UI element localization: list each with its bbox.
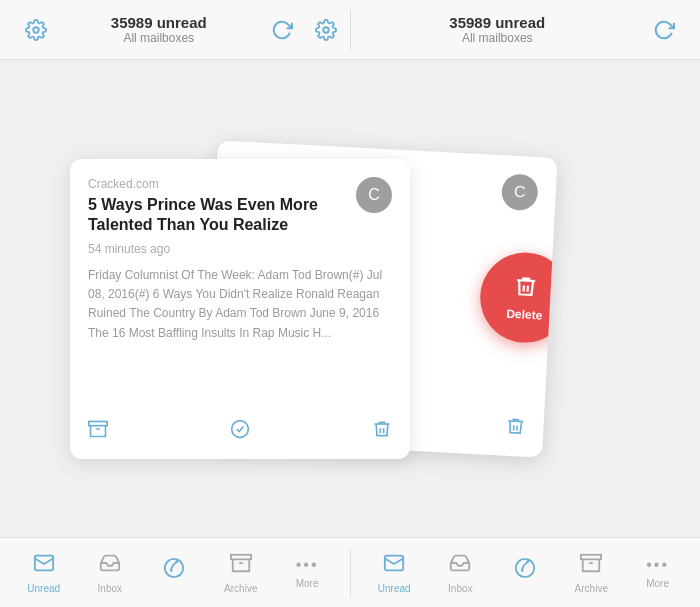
reload-icon-right[interactable] bbox=[648, 14, 680, 46]
tab-archive-label-left: Archive bbox=[224, 583, 257, 594]
svg-rect-9 bbox=[231, 554, 251, 559]
tab-more-left[interactable]: ••• More bbox=[282, 548, 332, 597]
tab-inbox-left[interactable]: Inbox bbox=[85, 544, 135, 602]
header-left-unread: 35989 unread bbox=[111, 14, 207, 31]
trash-icon-delete bbox=[513, 273, 538, 303]
card-body: Friday Columnist Of The Week: Adam Tod B… bbox=[88, 266, 392, 343]
tab-bar: Unread Inbox bbox=[0, 537, 700, 607]
reload-icon-left[interactable] bbox=[266, 14, 298, 46]
inbox-icon-left bbox=[99, 552, 121, 579]
svg-point-12 bbox=[516, 559, 534, 577]
tab-edit-left[interactable] bbox=[149, 549, 199, 596]
cards-container: C n Morelize The Week: Adam Tod6(#)6 Way… bbox=[50, 139, 650, 459]
svg-line-8 bbox=[171, 570, 173, 572]
svg-line-13 bbox=[521, 570, 523, 572]
main-content: C n Morelize The Week: Adam Tod6(#)6 Way… bbox=[0, 60, 700, 537]
tab-inbox-right[interactable]: Inbox bbox=[435, 544, 485, 602]
svg-rect-14 bbox=[581, 554, 601, 559]
header-right-center: 35989 unread All mailboxes bbox=[359, 14, 637, 45]
tab-unread-label-right: Unread bbox=[378, 583, 411, 594]
tab-archive-left[interactable]: Archive bbox=[214, 544, 267, 602]
avatar-front: C bbox=[356, 177, 392, 213]
header-left: 35989 unread All mailboxes bbox=[20, 14, 342, 46]
more-icon-left: ••• bbox=[296, 556, 319, 574]
unread-icon-right bbox=[383, 552, 405, 579]
svg-point-5 bbox=[232, 420, 249, 437]
tab-more-label-right: More bbox=[646, 578, 669, 589]
edit-icon-right bbox=[514, 557, 536, 584]
card-time: 54 minutes ago bbox=[88, 242, 392, 256]
tab-bar-right: Unread Inbox bbox=[351, 544, 701, 602]
header-right-mailboxes: All mailboxes bbox=[462, 31, 533, 45]
header-left-mailboxes: All mailboxes bbox=[123, 31, 194, 45]
svg-point-7 bbox=[165, 559, 183, 577]
trash-icon-front[interactable] bbox=[372, 419, 392, 444]
settings-icon-left[interactable] bbox=[310, 14, 342, 46]
tab-more-right[interactable]: ••• More bbox=[633, 548, 683, 597]
header: 35989 unread All mailboxes 35989 unread … bbox=[0, 0, 700, 60]
tab-unread-label-left: Unread bbox=[27, 583, 60, 594]
tab-archive-right[interactable]: Archive bbox=[565, 544, 618, 602]
gear-icon-left[interactable] bbox=[20, 14, 52, 46]
tab-unread-left[interactable]: Unread bbox=[17, 544, 70, 602]
header-left-center: 35989 unread All mailboxes bbox=[64, 14, 254, 45]
header-right: 35989 unread All mailboxes bbox=[359, 14, 681, 46]
edit-icon-left bbox=[163, 557, 185, 584]
card-source: Cracked.com bbox=[88, 177, 392, 191]
email-card-front[interactable]: C Cracked.com 5 Ways Prince Was Even Mor… bbox=[70, 159, 410, 459]
tab-archive-label-right: Archive bbox=[575, 583, 608, 594]
tab-more-label-left: More bbox=[296, 578, 319, 589]
svg-rect-3 bbox=[89, 421, 107, 425]
archive-tab-icon-right bbox=[580, 552, 602, 579]
check-icon-front[interactable] bbox=[230, 419, 250, 444]
archive-tab-icon-left bbox=[230, 552, 252, 579]
more-icon-right: ••• bbox=[646, 556, 669, 574]
tab-inbox-label-right: Inbox bbox=[448, 583, 472, 594]
card-actions bbox=[88, 419, 392, 444]
svg-point-0 bbox=[33, 27, 39, 33]
trash-icon-back[interactable] bbox=[505, 415, 526, 441]
tab-bar-left: Unread Inbox bbox=[0, 544, 350, 602]
tab-unread-right[interactable]: Unread bbox=[368, 544, 421, 602]
unread-icon-left bbox=[33, 552, 55, 579]
inbox-icon-right bbox=[449, 552, 471, 579]
svg-point-1 bbox=[323, 27, 329, 33]
tab-edit-right[interactable] bbox=[500, 549, 550, 596]
delete-label: Delete bbox=[506, 306, 543, 322]
header-divider bbox=[350, 10, 351, 50]
card-title: 5 Ways Prince Was Even More Talented Tha… bbox=[88, 195, 392, 237]
archive-icon-front[interactable] bbox=[88, 419, 108, 444]
tab-inbox-label-left: Inbox bbox=[98, 583, 122, 594]
header-right-unread: 35989 unread bbox=[449, 14, 545, 31]
